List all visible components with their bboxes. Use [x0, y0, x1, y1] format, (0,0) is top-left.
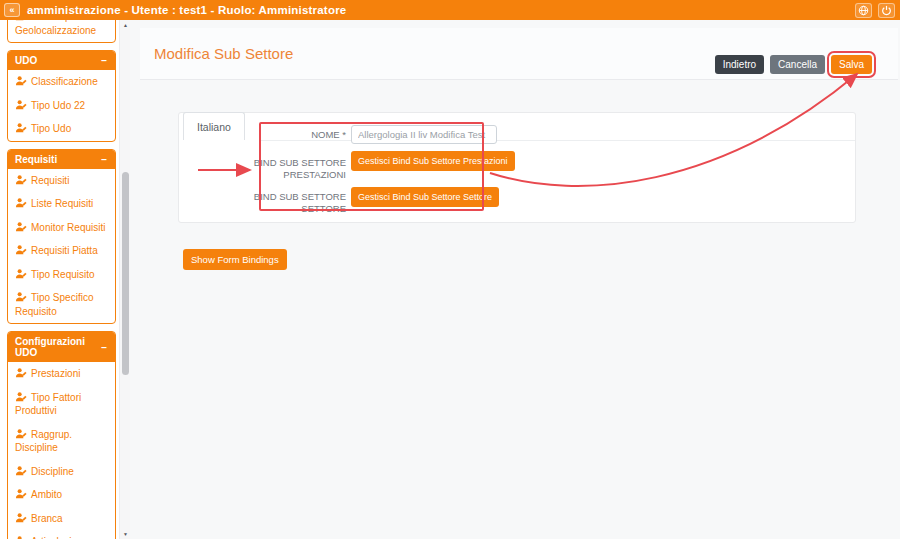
user-edit-icon [15, 197, 27, 209]
sidebar-section-udo: UDO−ClassificazioneTipo Udo 22Tipo Udo [7, 50, 116, 142]
sidebar-item-label: Requisiti [31, 175, 69, 186]
sidebar-item-label: Tipo Udo [31, 123, 71, 134]
sidebar-item-raggrup-discipline[interactable]: Raggrup. Discipline [8, 423, 115, 460]
user-edit-icon [15, 391, 27, 403]
sidebar-item-discipline[interactable]: Discipline [8, 460, 115, 484]
sidebar-scrollbar[interactable]: ▲ ▼ [119, 20, 130, 539]
tab-divider [259, 140, 855, 141]
window-title: amministrazione - Utente : test1 - Ruolo… [27, 4, 346, 16]
sidebar-item-label: Liste Requisiti [31, 198, 93, 209]
user-edit-icon [15, 221, 27, 233]
sidebar-item-liste-requisiti[interactable]: Liste Requisiti [8, 192, 115, 216]
sidebar-item-requisiti-piatta[interactable]: Requisiti Piatta [8, 239, 115, 263]
salva-button[interactable]: Salva [831, 55, 872, 74]
logout-button[interactable] [878, 3, 895, 18]
scrollbar-thumb[interactable] [122, 172, 129, 375]
sidebar-item-prestazioni[interactable]: Prestazioni [8, 362, 115, 386]
user-edit-icon [15, 488, 27, 500]
sidebar-section-header-udo[interactable]: UDO− [8, 51, 115, 70]
user-edit-icon [15, 20, 27, 22]
sidebar-section-configurazioni-udo: Configurazioni UDO−PrestazioniTipo Fatto… [7, 331, 116, 539]
sidebar-item-label: Sede Operative Geolocalizzazione [15, 20, 101, 36]
user-edit-icon [15, 512, 27, 524]
gestisci-bind-settore-button[interactable]: Gestisci Bind Sub Settore Settore [351, 187, 499, 207]
sidebar-item-label: Tipo Udo 22 [31, 100, 85, 111]
cancella-button[interactable]: Cancella [770, 55, 825, 74]
collapse-icon[interactable]: − [101, 154, 107, 165]
sidebar-item-requisiti[interactable]: Requisiti [8, 169, 115, 193]
indietro-button[interactable]: Indietro [715, 55, 764, 74]
sidebar-item-classificazione[interactable]: Classificazione [8, 70, 115, 94]
sidebar-item-tipo-specifico-requisito[interactable]: Tipo Specifico Requisito [8, 286, 115, 323]
collapse-icon[interactable]: − [101, 342, 107, 353]
app-window: « amministrazione - Utente : test1 - Ruo… [0, 0, 900, 539]
user-edit-icon [15, 122, 27, 134]
form-card: Italiano NOME * BIND SUB SETTORE PRESTAZ… [178, 112, 856, 223]
main-content: Modifica Sub Settore Indietro Cancella S… [130, 20, 900, 539]
sidebar-collapse-button[interactable]: « [4, 3, 20, 17]
globe-icon [858, 5, 869, 16]
sidebar-section-requisiti: Requisiti−RequisitiListe RequisitiMonito… [7, 149, 116, 325]
show-form-bindings-button[interactable]: Show Form Bindings [183, 249, 287, 270]
sidebar-item-label: Prestazioni [31, 368, 80, 379]
section-label: UDO [15, 55, 37, 66]
toolbar: Indietro Cancella Salva [715, 55, 872, 74]
user-edit-icon [15, 291, 27, 303]
gestisci-bind-prestazioni-button[interactable]: Gestisci Bind Sub Settore Prestazioni [351, 151, 515, 171]
page-title-bar: Modifica Sub Settore Indietro Cancella S… [140, 28, 898, 80]
user-edit-icon [15, 428, 27, 440]
sidebar-menu: Sede Operative Geolocalizzazione UDO−Cla… [0, 20, 119, 539]
sidebar-item-label: Branca [31, 513, 63, 524]
sidebar-item-label: Discipline [31, 466, 74, 477]
user-edit-icon [15, 75, 27, 87]
section-label: Configurazioni UDO [15, 336, 101, 358]
sidebar-item-label: Classificazione [31, 76, 98, 87]
globe-button[interactable] [855, 3, 872, 18]
user-edit-icon [15, 535, 27, 539]
sidebar-item-label: Requisiti Piatta [31, 245, 98, 256]
user-edit-icon [15, 268, 27, 280]
sidebar-item-branca[interactable]: Branca [8, 507, 115, 531]
sidebar-section-header-requisiti[interactable]: Requisiti− [8, 150, 115, 169]
sidebar-item-sede-operative-geolocalizzazione[interactable]: Sede Operative Geolocalizzazione [8, 20, 115, 42]
sidebar-item-ambito[interactable]: Ambito [8, 483, 115, 507]
sidebar-item-tipo-udo-22[interactable]: Tipo Udo 22 [8, 94, 115, 118]
header-actions [855, 3, 895, 18]
top-header-bar: « amministrazione - Utente : test1 - Ruo… [0, 0, 900, 20]
scroll-down-icon[interactable]: ▼ [120, 531, 131, 537]
nome-label: NOME * [231, 129, 346, 141]
nome-input[interactable] [351, 125, 497, 144]
sidebar-item-tipo-requisito[interactable]: Tipo Requisito [8, 263, 115, 287]
user-edit-icon [15, 99, 27, 111]
sidebar-item-tipo-fattori-produttivi[interactable]: Tipo Fattori Produttivi [8, 386, 115, 423]
power-icon [881, 5, 892, 16]
sidebar-item-tipo-udo[interactable]: Tipo Udo [8, 117, 115, 141]
user-edit-icon [15, 367, 27, 379]
tab-italiano[interactable]: Italiano [183, 112, 245, 140]
user-edit-icon [15, 174, 27, 186]
sidebar-item-monitor-requisiti[interactable]: Monitor Requisiti [8, 216, 115, 240]
bind-sub-settore-settore-label: BIND SUB SETTORE SETTORE [231, 191, 346, 216]
collapse-icon[interactable]: − [101, 55, 107, 66]
section-label: Requisiti [15, 154, 57, 165]
scroll-up-icon[interactable]: ▲ [120, 22, 131, 28]
user-edit-icon [15, 244, 27, 256]
sidebar-section-partial: Sede Operative Geolocalizzazione [7, 20, 116, 43]
page-title: Modifica Sub Settore [154, 45, 293, 62]
bind-sub-settore-prestazioni-label: BIND SUB SETTORE PRESTAZIONI [231, 157, 346, 182]
sidebar-item-articolazione-branca-altro[interactable]: Articolazione Branca Altro [8, 530, 115, 539]
sidebar-item-label: Ambito [31, 489, 62, 500]
sidebar-section-header-configurazioni-udo[interactable]: Configurazioni UDO− [8, 332, 115, 362]
sidebar-item-label: Tipo Requisito [31, 269, 95, 280]
sidebar-item-label: Monitor Requisiti [31, 222, 105, 233]
user-edit-icon [15, 465, 27, 477]
